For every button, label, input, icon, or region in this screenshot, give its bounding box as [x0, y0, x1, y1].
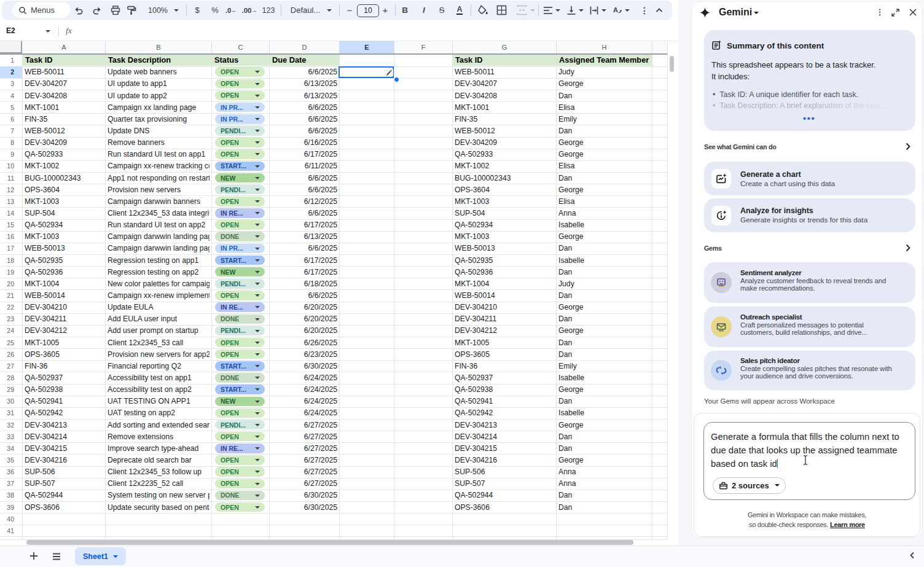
svg-text:A: A — [613, 6, 618, 14]
